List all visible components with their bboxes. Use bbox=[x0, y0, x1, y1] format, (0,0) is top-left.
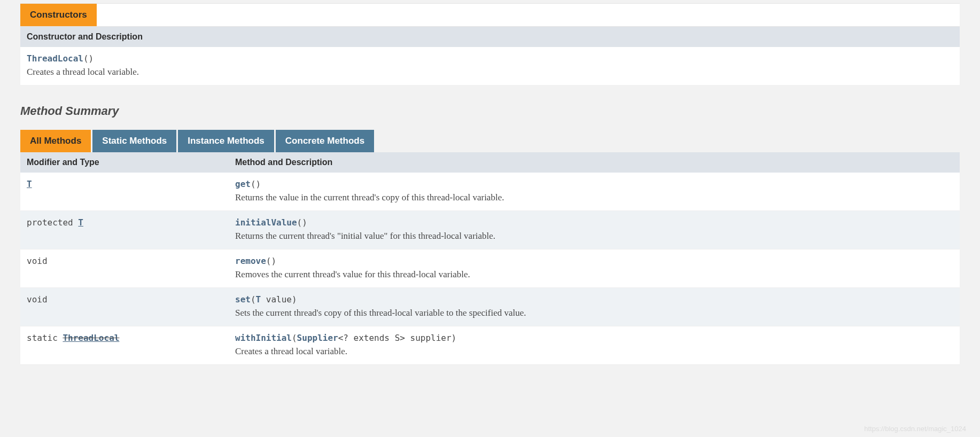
constructors-caption: Constructors bbox=[20, 4, 97, 26]
method-table-head-row: Modifier and Type Method and Description bbox=[20, 152, 960, 173]
constructor-signature: ThreadLocal() bbox=[27, 53, 94, 64]
type-link[interactable]: T bbox=[256, 294, 261, 305]
modifier-cell: void bbox=[20, 249, 229, 288]
method-cell: initialValue()Returns the current thread… bbox=[229, 211, 960, 249]
method-signature: initialValue() bbox=[235, 217, 307, 228]
modifier-cell: static ThreadLocal bbox=[20, 326, 229, 365]
method-desc: Sets the current thread's copy of this t… bbox=[235, 308, 953, 318]
modifier-text: T bbox=[27, 179, 32, 189]
method-link[interactable]: get bbox=[235, 179, 251, 189]
method-signature: remove() bbox=[235, 256, 276, 266]
tab-all-methods: All Methods bbox=[20, 130, 91, 152]
method-link[interactable]: set bbox=[235, 294, 251, 305]
method-desc: Returns the value in the current thread'… bbox=[235, 192, 953, 203]
method-link[interactable]: initialValue bbox=[235, 217, 297, 228]
method-signature: get() bbox=[235, 179, 261, 189]
method-row: voidset(T value)Sets the current thread'… bbox=[20, 288, 960, 326]
method-tabs: All MethodsStatic MethodsInstance Method… bbox=[20, 130, 960, 152]
method-link[interactable]: remove bbox=[235, 256, 266, 266]
method-cell: get()Returns the value in the current th… bbox=[229, 173, 960, 211]
constructor-link[interactable]: ThreadLocal bbox=[27, 53, 83, 64]
type-link[interactable]: ThreadLocal bbox=[63, 333, 119, 343]
constructors-panel: Constructors Constructor and Description… bbox=[20, 3, 960, 85]
method-desc: Creates a thread local variable. bbox=[235, 346, 953, 357]
method-desc: Returns the current thread's "initial va… bbox=[235, 231, 953, 241]
col-method-header: Method and Description bbox=[229, 152, 960, 173]
method-signature: set(T value) bbox=[235, 294, 297, 305]
modifier-cell: void bbox=[20, 288, 229, 326]
constructors-caption-row: Constructors bbox=[20, 4, 960, 27]
method-row: voidremove()Removes the current thread's… bbox=[20, 249, 960, 288]
method-desc: Removes the current thread's value for t… bbox=[235, 269, 953, 280]
modifier-text: void bbox=[27, 294, 48, 305]
method-row: static ThreadLocalwithInitial(Supplier<?… bbox=[20, 326, 960, 365]
constructor-desc: Creates a thread local variable. bbox=[27, 67, 953, 77]
method-row: Tget()Returns the value in the current t… bbox=[20, 173, 960, 211]
method-summary-heading: Method Summary bbox=[20, 104, 960, 118]
type-link[interactable]: Supplier bbox=[297, 333, 338, 343]
type-link[interactable]: T bbox=[78, 217, 83, 228]
method-cell: set(T value)Sets the current thread's co… bbox=[229, 288, 960, 326]
tab-concrete-methods[interactable]: Concrete Methods bbox=[276, 130, 374, 152]
modifier-cell: T bbox=[20, 173, 229, 211]
tab-static-methods[interactable]: Static Methods bbox=[92, 130, 176, 152]
col-modifier-header: Modifier and Type bbox=[20, 152, 229, 173]
modifier-cell: protected T bbox=[20, 211, 229, 249]
constructor-row: ThreadLocal() Creates a thread local var… bbox=[20, 47, 960, 85]
constructors-header: Constructor and Description bbox=[20, 27, 960, 47]
tab-instance-methods[interactable]: Instance Methods bbox=[178, 130, 274, 152]
method-cell: withInitial(Supplier<? extends S> suppli… bbox=[229, 326, 960, 365]
modifier-text: void bbox=[27, 256, 48, 266]
method-link[interactable]: withInitial bbox=[235, 333, 292, 343]
modifier-text: static ThreadLocal bbox=[27, 333, 119, 343]
constructor-sig-suffix: () bbox=[83, 53, 94, 64]
modifier-text: protected T bbox=[27, 217, 83, 228]
type-link[interactable]: T bbox=[27, 179, 32, 189]
method-signature: withInitial(Supplier<? extends S> suppli… bbox=[235, 333, 456, 343]
method-table: Modifier and Type Method and Description… bbox=[20, 152, 960, 365]
method-row: protected TinitialValue()Returns the cur… bbox=[20, 211, 960, 249]
method-cell: remove()Removes the current thread's val… bbox=[229, 249, 960, 288]
